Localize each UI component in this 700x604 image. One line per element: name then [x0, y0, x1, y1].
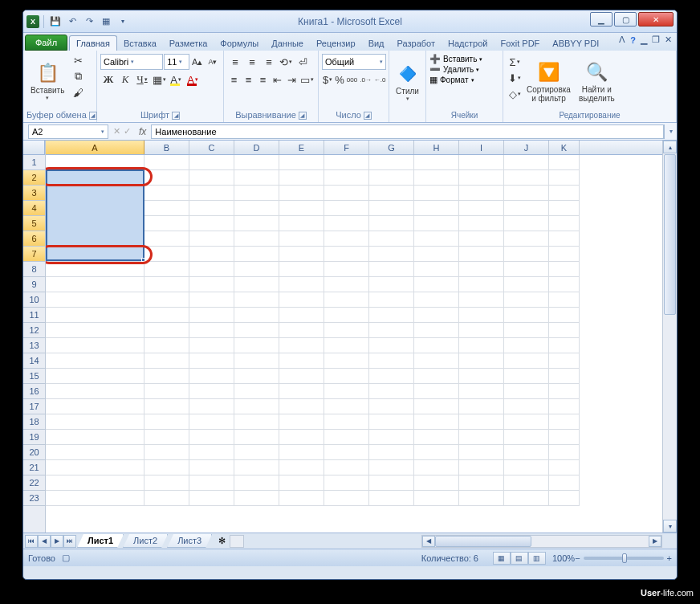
cell-D18[interactable]: [234, 414, 279, 430]
cell-D13[interactable]: [234, 338, 279, 353]
cell-D22[interactable]: [234, 475, 279, 491]
cell-D14[interactable]: [234, 353, 279, 369]
align-right-button[interactable]: ≡: [256, 71, 270, 88]
cell-J3[interactable]: [504, 186, 549, 201]
row-header-15[interactable]: 15: [23, 369, 45, 384]
cell-F11[interactable]: [324, 308, 369, 323]
cell-H5[interactable]: [414, 216, 459, 231]
cell-C17[interactable]: [189, 399, 234, 414]
decrease-indent-button[interactable]: ⇤: [271, 71, 284, 88]
cell-G18[interactable]: [369, 414, 414, 430]
fx-icon[interactable]: fx: [139, 126, 146, 137]
row-header-21[interactable]: 21: [23, 460, 45, 475]
cell-I15[interactable]: [459, 369, 504, 384]
cell-F16[interactable]: [324, 384, 369, 399]
cell-J19[interactable]: [504, 430, 549, 445]
cell-H2[interactable]: [414, 170, 459, 186]
cell-J13[interactable]: [504, 338, 549, 353]
copy-button[interactable]: ⧉: [70, 68, 86, 84]
row-header-5[interactable]: 5: [23, 216, 45, 231]
excel-icon[interactable]: X: [26, 15, 39, 28]
cell-F8[interactable]: [324, 262, 369, 277]
cell-G8[interactable]: [369, 262, 414, 277]
cell-G5[interactable]: [369, 216, 414, 231]
tab-data[interactable]: Данные: [265, 36, 310, 51]
number-format-combo[interactable]: Общий▾: [322, 54, 386, 70]
cell-D9[interactable]: [234, 277, 279, 292]
tab-formulas[interactable]: Формулы: [214, 36, 265, 51]
cell-G14[interactable]: [369, 353, 414, 369]
styles-button[interactable]: 🔷 Стили ▾: [393, 52, 422, 110]
delete-cells-button[interactable]: ➖Удалить▾: [429, 64, 499, 75]
cell-A19[interactable]: [46, 430, 144, 445]
font-dialog-icon[interactable]: ◢: [172, 112, 180, 120]
cell-D5[interactable]: [234, 216, 279, 231]
autosum-button[interactable]: Σ: [507, 54, 523, 70]
cell-H8[interactable]: [414, 262, 459, 277]
cell-D19[interactable]: [234, 430, 279, 445]
cell-A14[interactable]: [46, 353, 144, 369]
insert-cells-button[interactable]: ➕Вставить▾: [429, 54, 499, 64]
cell-A12[interactable]: [46, 323, 144, 338]
cell-B16[interactable]: [144, 384, 189, 399]
scroll-up-button[interactable]: ▴: [663, 141, 677, 153]
zoom-slider[interactable]: [584, 557, 664, 560]
cell-I11[interactable]: [459, 308, 504, 323]
cell-B21[interactable]: [144, 460, 189, 475]
cell-A20[interactable]: [46, 445, 144, 460]
cell-C13[interactable]: [189, 338, 234, 353]
cell-B5[interactable]: [144, 216, 189, 231]
column-header-H[interactable]: H: [414, 141, 459, 154]
cell-I20[interactable]: [459, 445, 504, 460]
cell-A15[interactable]: [46, 369, 144, 384]
tab-page-layout[interactable]: Разметка: [163, 36, 214, 51]
cell-F7[interactable]: [324, 247, 369, 262]
cell-B13[interactable]: [144, 338, 189, 353]
cell-D16[interactable]: [234, 384, 279, 399]
horizontal-scrollbar[interactable]: ◀ ▶: [421, 535, 662, 548]
tab-developer[interactable]: Разработ: [391, 36, 442, 51]
cell-F10[interactable]: [324, 292, 369, 308]
cell-C10[interactable]: [189, 292, 234, 308]
cell-K4[interactable]: [549, 201, 580, 216]
cell-E3[interactable]: [279, 186, 324, 201]
close-button[interactable]: ✕: [638, 12, 674, 27]
cell-grid[interactable]: НаименованиеШинаГлушительКоленчатый валР…: [46, 155, 662, 533]
cell-A9[interactable]: [46, 277, 144, 292]
cell-C8[interactable]: [189, 262, 234, 277]
decrease-decimal-button[interactable]: ←.0: [373, 71, 387, 88]
cell-J16[interactable]: [504, 384, 549, 399]
cell-K21[interactable]: [549, 460, 580, 475]
cell-I14[interactable]: [459, 353, 504, 369]
qat-customize-icon[interactable]: ▾: [116, 14, 130, 29]
zoom-level[interactable]: 100%: [552, 553, 575, 563]
cell-F2[interactable]: [324, 170, 369, 186]
save-icon[interactable]: 💾: [48, 14, 63, 29]
cell-J17[interactable]: [504, 399, 549, 414]
cell-K11[interactable]: [549, 308, 580, 323]
cell-J15[interactable]: [504, 369, 549, 384]
font-name-combo[interactable]: Calibri▾: [100, 54, 163, 70]
cell-K6[interactable]: [549, 231, 580, 247]
cell-B17[interactable]: [144, 399, 189, 414]
cell-D21[interactable]: [234, 460, 279, 475]
formula-input[interactable]: Наименование: [151, 124, 664, 139]
cell-B11[interactable]: [144, 308, 189, 323]
print-area-icon[interactable]: ▦: [99, 14, 113, 29]
cell-J9[interactable]: [504, 277, 549, 292]
cell-B15[interactable]: [144, 369, 189, 384]
cell-I16[interactable]: [459, 384, 504, 399]
row-header-20[interactable]: 20: [23, 445, 45, 460]
cell-J2[interactable]: [504, 170, 549, 186]
cell-D8[interactable]: [234, 262, 279, 277]
cell-B22[interactable]: [144, 475, 189, 491]
cell-K2[interactable]: [549, 170, 580, 186]
column-header-K[interactable]: K: [549, 141, 580, 154]
cell-I22[interactable]: [459, 475, 504, 491]
cell-J18[interactable]: [504, 414, 549, 430]
row-header-19[interactable]: 19: [23, 430, 45, 445]
cell-C7[interactable]: [189, 247, 234, 262]
cell-B23[interactable]: [144, 491, 189, 506]
find-select-button[interactable]: 🔍 Найти и выделить: [575, 52, 619, 110]
help-icon[interactable]: ?: [630, 35, 636, 45]
